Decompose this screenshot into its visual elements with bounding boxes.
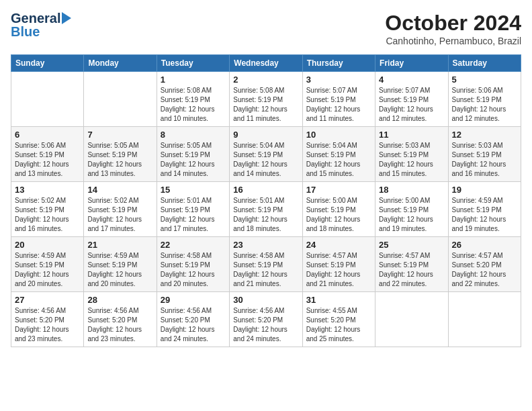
- day-info: Sunrise: 4:59 AM Sunset: 5:19 PM Dayligh…: [87, 251, 152, 289]
- weekday-header-tuesday: Tuesday: [157, 55, 229, 72]
- day-info: Sunrise: 5:02 AM Sunset: 5:19 PM Dayligh…: [87, 196, 152, 234]
- day-number: 8: [161, 130, 226, 140]
- day-info: Sunrise: 5:06 AM Sunset: 5:19 PM Dayligh…: [452, 86, 517, 124]
- day-number: 6: [15, 130, 80, 140]
- calendar-cell: 10Sunrise: 5:04 AM Sunset: 5:19 PM Dayli…: [302, 127, 375, 182]
- day-number: 20: [15, 240, 80, 250]
- calendar-cell: 8Sunrise: 5:05 AM Sunset: 5:19 PM Daylig…: [157, 127, 229, 182]
- calendar-cell: 29Sunrise: 4:56 AM Sunset: 5:20 PM Dayli…: [157, 292, 229, 347]
- calendar-cell: 13Sunrise: 5:02 AM Sunset: 5:19 PM Dayli…: [11, 182, 84, 237]
- calendar-cell: 30Sunrise: 4:56 AM Sunset: 5:20 PM Dayli…: [230, 292, 302, 347]
- calendar-week-2: 6Sunrise: 5:06 AM Sunset: 5:19 PM Daylig…: [11, 127, 521, 182]
- day-number: 11: [379, 130, 444, 140]
- calendar-week-3: 13Sunrise: 5:02 AM Sunset: 5:19 PM Dayli…: [11, 182, 521, 237]
- day-number: 4: [379, 75, 444, 85]
- day-info: Sunrise: 4:57 AM Sunset: 5:20 PM Dayligh…: [452, 251, 517, 289]
- day-info: Sunrise: 4:56 AM Sunset: 5:20 PM Dayligh…: [15, 306, 80, 344]
- day-info: Sunrise: 5:05 AM Sunset: 5:19 PM Dayligh…: [87, 141, 152, 179]
- calendar-body: 1Sunrise: 5:08 AM Sunset: 5:19 PM Daylig…: [11, 72, 521, 347]
- day-number: 15: [161, 185, 226, 195]
- calendar-cell: 16Sunrise: 5:01 AM Sunset: 5:19 PM Dayli…: [230, 182, 302, 237]
- weekday-header-friday: Friday: [375, 55, 448, 72]
- weekday-header-wednesday: Wednesday: [230, 55, 302, 72]
- calendar-cell: [11, 72, 84, 127]
- day-info: Sunrise: 4:58 AM Sunset: 5:19 PM Dayligh…: [233, 251, 298, 289]
- day-number: 17: [306, 185, 371, 195]
- calendar: SundayMondayTuesdayWednesdayThursdayFrid…: [11, 54, 521, 347]
- day-info: Sunrise: 4:56 AM Sunset: 5:20 PM Dayligh…: [233, 306, 298, 344]
- calendar-cell: 11Sunrise: 5:03 AM Sunset: 5:19 PM Dayli…: [375, 127, 448, 182]
- day-number: 13: [15, 185, 80, 195]
- day-info: Sunrise: 5:00 AM Sunset: 5:19 PM Dayligh…: [379, 196, 444, 234]
- day-number: 16: [233, 185, 298, 195]
- day-number: 23: [233, 240, 298, 250]
- day-number: 27: [15, 295, 80, 305]
- calendar-cell: 15Sunrise: 5:01 AM Sunset: 5:19 PM Dayli…: [157, 182, 229, 237]
- day-number: 9: [233, 130, 298, 140]
- calendar-cell: 20Sunrise: 4:59 AM Sunset: 5:19 PM Dayli…: [11, 237, 84, 292]
- calendar-cell: 12Sunrise: 5:03 AM Sunset: 5:19 PM Dayli…: [448, 127, 521, 182]
- day-info: Sunrise: 5:04 AM Sunset: 5:19 PM Dayligh…: [233, 141, 298, 179]
- day-number: 31: [306, 295, 371, 305]
- day-info: Sunrise: 4:59 AM Sunset: 5:19 PM Dayligh…: [15, 251, 80, 289]
- day-number: 18: [379, 185, 444, 195]
- day-info: Sunrise: 5:05 AM Sunset: 5:19 PM Dayligh…: [161, 141, 226, 179]
- calendar-cell: 3Sunrise: 5:07 AM Sunset: 5:19 PM Daylig…: [302, 72, 375, 127]
- calendar-cell: [375, 292, 448, 347]
- day-info: Sunrise: 4:57 AM Sunset: 5:19 PM Dayligh…: [379, 251, 444, 289]
- logo-arrow-icon: [62, 12, 71, 24]
- weekday-header-sunday: Sunday: [11, 55, 84, 72]
- calendar-cell: 27Sunrise: 4:56 AM Sunset: 5:20 PM Dayli…: [11, 292, 84, 347]
- calendar-cell: 4Sunrise: 5:07 AM Sunset: 5:19 PM Daylig…: [375, 72, 448, 127]
- day-info: Sunrise: 5:00 AM Sunset: 5:19 PM Dayligh…: [306, 196, 371, 234]
- day-info: Sunrise: 4:58 AM Sunset: 5:19 PM Dayligh…: [161, 251, 226, 289]
- weekday-header-thursday: Thursday: [302, 55, 375, 72]
- day-number: 25: [379, 240, 444, 250]
- day-info: Sunrise: 4:59 AM Sunset: 5:19 PM Dayligh…: [452, 196, 517, 234]
- day-info: Sunrise: 4:56 AM Sunset: 5:20 PM Dayligh…: [87, 306, 152, 344]
- day-number: 19: [452, 185, 517, 195]
- day-info: Sunrise: 5:04 AM Sunset: 5:19 PM Dayligh…: [306, 141, 371, 179]
- day-number: 24: [306, 240, 371, 250]
- calendar-header-row: SundayMondayTuesdayWednesdayThursdayFrid…: [11, 55, 521, 72]
- day-number: 22: [161, 240, 226, 250]
- day-number: 29: [161, 295, 226, 305]
- logo: General Blue: [11, 11, 71, 39]
- day-info: Sunrise: 5:02 AM Sunset: 5:19 PM Dayligh…: [15, 196, 80, 234]
- calendar-cell: 9Sunrise: 5:04 AM Sunset: 5:19 PM Daylig…: [230, 127, 302, 182]
- calendar-cell: 2Sunrise: 5:08 AM Sunset: 5:19 PM Daylig…: [230, 72, 302, 127]
- logo-blue: Blue: [11, 24, 71, 39]
- logo-general: General: [11, 11, 60, 26]
- day-info: Sunrise: 5:01 AM Sunset: 5:19 PM Dayligh…: [161, 196, 226, 234]
- day-info: Sunrise: 5:07 AM Sunset: 5:19 PM Dayligh…: [306, 86, 371, 124]
- location: Canhotinho, Pernambuco, Brazil: [385, 36, 521, 46]
- calendar-week-4: 20Sunrise: 4:59 AM Sunset: 5:19 PM Dayli…: [11, 237, 521, 292]
- day-info: Sunrise: 5:08 AM Sunset: 5:19 PM Dayligh…: [233, 86, 298, 124]
- day-info: Sunrise: 5:03 AM Sunset: 5:19 PM Dayligh…: [452, 141, 517, 179]
- calendar-cell: 31Sunrise: 4:55 AM Sunset: 5:20 PM Dayli…: [302, 292, 375, 347]
- calendar-cell: 28Sunrise: 4:56 AM Sunset: 5:20 PM Dayli…: [84, 292, 157, 347]
- day-number: 5: [452, 75, 517, 85]
- day-number: 2: [233, 75, 298, 85]
- calendar-cell: 25Sunrise: 4:57 AM Sunset: 5:19 PM Dayli…: [375, 237, 448, 292]
- day-number: 14: [87, 185, 152, 195]
- calendar-cell: 26Sunrise: 4:57 AM Sunset: 5:20 PM Dayli…: [448, 237, 521, 292]
- day-info: Sunrise: 5:03 AM Sunset: 5:19 PM Dayligh…: [379, 141, 444, 179]
- calendar-cell: 18Sunrise: 5:00 AM Sunset: 5:19 PM Dayli…: [375, 182, 448, 237]
- calendar-cell: 22Sunrise: 4:58 AM Sunset: 5:19 PM Dayli…: [157, 237, 229, 292]
- weekday-header-monday: Monday: [84, 55, 157, 72]
- calendar-cell: 5Sunrise: 5:06 AM Sunset: 5:19 PM Daylig…: [448, 72, 521, 127]
- calendar-cell: 7Sunrise: 5:05 AM Sunset: 5:19 PM Daylig…: [84, 127, 157, 182]
- day-info: Sunrise: 5:07 AM Sunset: 5:19 PM Dayligh…: [379, 86, 444, 124]
- day-number: 3: [306, 75, 371, 85]
- day-number: 21: [87, 240, 152, 250]
- weekday-header-saturday: Saturday: [448, 55, 521, 72]
- calendar-cell: 6Sunrise: 5:06 AM Sunset: 5:19 PM Daylig…: [11, 127, 84, 182]
- calendar-cell: 17Sunrise: 5:00 AM Sunset: 5:19 PM Dayli…: [302, 182, 375, 237]
- calendar-cell: [84, 72, 157, 127]
- calendar-week-5: 27Sunrise: 4:56 AM Sunset: 5:20 PM Dayli…: [11, 292, 521, 347]
- calendar-cell: 24Sunrise: 4:57 AM Sunset: 5:19 PM Dayli…: [302, 237, 375, 292]
- calendar-cell: 14Sunrise: 5:02 AM Sunset: 5:19 PM Dayli…: [84, 182, 157, 237]
- day-info: Sunrise: 4:56 AM Sunset: 5:20 PM Dayligh…: [161, 306, 226, 344]
- page-header: General Blue October 2024 Canhotinho, Pe…: [11, 11, 521, 46]
